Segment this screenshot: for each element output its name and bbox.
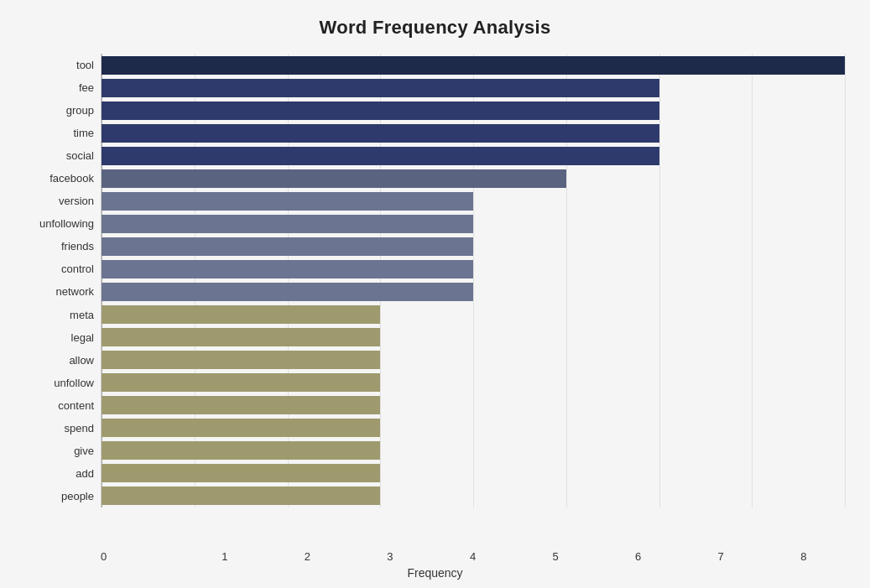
bar-row-facebook — [102, 169, 845, 189]
bar-row-content — [102, 395, 845, 415]
y-label-spend: spend — [65, 423, 94, 434]
y-label-allow: allow — [69, 355, 94, 366]
y-label-unfollowing: unfollowing — [39, 218, 94, 229]
y-label-people: people — [61, 491, 94, 502]
y-labels: toolfeegrouptimesocialfacebookversionunf… — [25, 54, 101, 507]
bar-row-time — [102, 123, 845, 143]
bar-legal — [102, 328, 380, 346]
y-label-version: version — [59, 195, 94, 206]
x-axis-label: Frequency — [0, 566, 870, 580]
y-label-legal: legal — [71, 332, 94, 343]
bar-row-version — [102, 191, 845, 211]
grid-line-5 — [566, 54, 567, 507]
bar-row-friends — [102, 237, 845, 257]
grid-lines — [102, 54, 845, 507]
grid-line-7 — [752, 54, 753, 507]
bar-spend — [102, 419, 380, 437]
x-tick-7: 7 — [680, 550, 763, 563]
bar-row-social — [102, 146, 845, 166]
bar-row-fee — [102, 78, 845, 98]
bar-allow — [102, 351, 380, 369]
x-tick-8: 8 — [763, 550, 846, 563]
bar-row-give — [102, 440, 845, 461]
y-label-unfollow: unfollow — [54, 377, 94, 388]
bar-fee — [102, 79, 659, 97]
bar-give — [102, 441, 380, 460]
chart-title: Word Frequency Analysis — [25, 17, 845, 39]
bar-version — [102, 192, 473, 211]
bar-row-meta — [102, 304, 845, 325]
bar-row-network — [102, 282, 845, 302]
x-tick-1: 1 — [184, 550, 267, 563]
bar-network — [102, 283, 473, 301]
bar-add — [102, 464, 380, 482]
y-label-add: add — [76, 468, 94, 479]
grid-line-3 — [380, 54, 381, 507]
bar-row-spend — [102, 418, 845, 438]
grid-line-2 — [288, 54, 289, 507]
grid-line-1 — [195, 54, 195, 507]
bar-row-control — [102, 259, 845, 279]
y-label-meta: meta — [70, 310, 94, 320]
y-label-facebook: facebook — [49, 173, 94, 184]
x-ticks-row: 012345678 — [101, 550, 845, 563]
grid-line-0 — [102, 54, 102, 507]
grid-line-4 — [473, 54, 474, 507]
bar-unfollow — [102, 373, 380, 392]
bar-control — [102, 260, 473, 278]
bar-row-allow — [102, 350, 845, 370]
x-tick-5: 5 — [514, 550, 597, 563]
y-label-network: network — [55, 286, 94, 297]
bottom-section: 012345678 Frequency — [0, 550, 870, 580]
y-label-time: time — [73, 127, 94, 138]
bar-time — [102, 124, 659, 143]
y-label-group: group — [66, 105, 94, 116]
chart-area: toolfeegrouptimesocialfacebookversionunf… — [25, 54, 845, 507]
y-label-give: give — [74, 445, 94, 456]
y-label-control: control — [61, 263, 94, 274]
grid-line-8 — [845, 54, 846, 507]
y-label-tool: tool — [76, 60, 94, 70]
y-label-social: social — [66, 150, 94, 161]
x-tick-2: 2 — [266, 550, 349, 563]
bar-row-people — [102, 486, 845, 506]
bar-row-group — [102, 101, 845, 121]
bar-unfollowing — [102, 215, 473, 233]
bar-content — [102, 396, 380, 414]
bar-friends — [102, 237, 473, 256]
y-label-friends: friends — [61, 241, 94, 252]
bar-row-legal — [102, 327, 845, 347]
bar-row-tool — [102, 55, 845, 75]
bar-row-add — [102, 463, 845, 483]
y-label-fee: fee — [79, 82, 94, 93]
bar-meta — [102, 305, 380, 324]
x-tick-0: 0 — [101, 550, 184, 563]
x-tick-4: 4 — [431, 550, 514, 563]
x-tick-6: 6 — [596, 550, 680, 563]
bar-people — [102, 487, 380, 505]
grid-line-6 — [659, 54, 660, 507]
bar-row-unfollow — [102, 372, 845, 393]
y-label-content: content — [58, 400, 94, 411]
chart-container: Word Frequency Analysis toolfeegrouptime… — [0, 0, 870, 588]
bar-group — [102, 101, 659, 120]
bar-social — [102, 147, 659, 165]
bar-tool — [102, 56, 845, 75]
bar-facebook — [102, 169, 566, 188]
bar-row-unfollowing — [102, 214, 845, 234]
plot-area — [101, 54, 845, 507]
x-tick-3: 3 — [349, 550, 432, 563]
